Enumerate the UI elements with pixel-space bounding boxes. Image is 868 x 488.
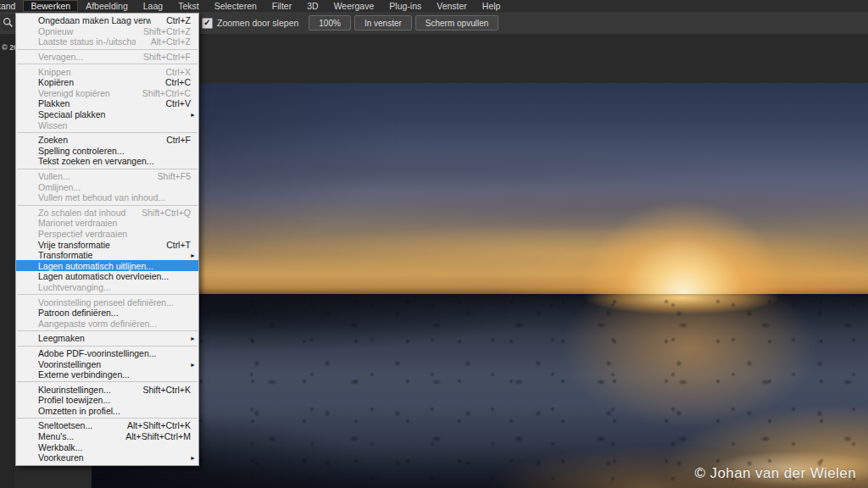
menubar-item-plug-ins[interactable]: Plug-ins [381, 0, 429, 12]
submenu-arrow-icon: ► [190, 361, 196, 367]
menu-item-menu-s[interactable]: Menu's...Alt+Shift+Ctrl+M [16, 431, 198, 442]
submenu-arrow-icon: ► [190, 455, 196, 461]
menu-item-vrije-transformatie[interactable]: Vrije transformatieCtrl+T [16, 239, 198, 250]
zoom-drag-option[interactable]: ✓ Zoomen door slepen [202, 18, 298, 29]
menu-item-shortcut: Ctrl+V [166, 98, 191, 108]
menubar-item-laag[interactable]: Laag [136, 0, 170, 12]
menubar-item-weergave[interactable]: Weergave [326, 0, 382, 12]
menu-item-vullen-met-behoud-van-inhoud[interactable]: Vullen met behoud van inhoud... [16, 192, 198, 203]
checkbox-checked-icon[interactable]: ✓ [202, 18, 213, 29]
menu-item-omlijnen[interactable]: Omlijnen... [16, 181, 198, 192]
menu-item-luchtvervanging[interactable]: Luchtvervanging... [16, 282, 198, 293]
menu-item-label: Vullen met behoud van inhoud... [38, 192, 191, 202]
menu-item-label: Vrije transformatie [38, 240, 151, 250]
menu-item-label: Luchtvervanging... [38, 282, 191, 292]
menu-item-shortcut: Shift+Ctrl+Q [142, 208, 191, 218]
menu-item-label: Marionet verdraaien [38, 218, 191, 228]
menu-item-speciaal-plakken[interactable]: Speciaal plakken► [16, 109, 198, 120]
menu-item-label: Omlijnen... [38, 182, 191, 192]
zoom-tool-icon[interactable] [1, 14, 15, 30]
menu-item-shortcut: Shift+Ctrl+F [143, 52, 191, 62]
menu-item-label: Opnieuw [38, 26, 128, 36]
menu-item-zoeken[interactable]: ZoekenCtrl+F [16, 135, 198, 146]
menu-item-marionet-verdraaien[interactable]: Marionet verdraaien [16, 218, 198, 229]
menu-item-voorkeuren[interactable]: Voorkeuren► [16, 452, 198, 463]
photo-wet-sand [92, 294, 868, 488]
menu-item-knippen[interactable]: KnippenCtrl+X [16, 66, 198, 77]
menubar-item-filter[interactable]: Filter [264, 0, 299, 12]
menu-item-label: Verenigd kopiëren [38, 88, 127, 98]
menu-item-vervagen[interactable]: Vervagen...Shift+Ctrl+F [16, 52, 198, 63]
menu-item-shortcut: Ctrl+X [166, 67, 191, 77]
menu-item-vullen[interactable]: Vullen...Shift+F5 [16, 171, 198, 182]
menu-separator [17, 418, 198, 419]
menu-item-transformatie[interactable]: Transformatie► [16, 250, 198, 261]
menu-item-werkbalk[interactable]: Werkbalk... [16, 441, 198, 452]
menu-item-omzetten-in-profiel[interactable]: Omzetten in profiel... [16, 406, 198, 417]
photo-sky [92, 83, 868, 296]
menu-item-profiel-toewijzen[interactable]: Profiel toewijzen... [16, 395, 198, 406]
menu-item-kleurinstellingen[interactable]: Kleurinstellingen...Shift+Ctrl+K [16, 384, 198, 395]
menubar-item-tekst[interactable]: Tekst [170, 0, 207, 12]
menu-item-plakken[interactable]: PlakkenCtrl+V [16, 98, 198, 109]
menu-separator [17, 49, 198, 50]
menu-item-label: Wissen [38, 120, 191, 130]
menu-item-tekst-zoeken-en-vervangen[interactable]: Tekst zoeken en vervangen... [16, 156, 198, 167]
menu-item-verenigd-kopiëren[interactable]: Verenigd kopiërenShift+Ctrl+C [16, 88, 198, 99]
menubar-item-bewerken[interactable]: Bewerken [23, 0, 78, 12]
submenu-arrow-icon: ► [190, 336, 196, 341]
menu-item-voorinstelling-penseel-definiëren[interactable]: Voorinstelling penseel definiëren... [16, 297, 198, 308]
menu-item-shortcut: Ctrl+T [166, 240, 191, 250]
menu-item-label: Perspectief verdraaien [38, 229, 191, 239]
menu-item-label: Aangepaste vorm definiëren... [38, 319, 191, 329]
menu-item-label: Menu's... [38, 431, 110, 441]
menubar-item-venster[interactable]: Venster [429, 0, 475, 12]
menu-item-label: Transformatie [38, 250, 191, 260]
document-tab-title[interactable]: © 202 [2, 43, 15, 52]
menu-item-spelling-controleren[interactable]: Spelling controleren... [16, 146, 198, 157]
menu-item-label: Lagen automatisch uitlijnen... [38, 261, 191, 271]
menu-item-aangepaste-vorm-definiëren[interactable]: Aangepaste vorm definiëren... [16, 318, 198, 329]
menu-item-label: Laatste status in-/uitschakelen [38, 36, 136, 47]
menu-item-lagen-automatisch-uitlijnen[interactable]: Lagen automatisch uitlijnen... [16, 260, 198, 271]
menu-item-label: Voorkeuren [38, 452, 191, 463]
menu-item-label: Plakken [38, 98, 151, 108]
menu-item-label: Leegmaken [38, 333, 191, 343]
menu-item-perspectief-verdraaien[interactable]: Perspectief verdraaien [16, 229, 198, 240]
menu-separator [17, 346, 198, 347]
menu-item-shortcut: Ctrl+F [166, 135, 191, 145]
menubar-item-help[interactable]: Help [475, 0, 509, 12]
menu-item-label: Adobe PDF-voorinstellingen... [38, 348, 191, 358]
menubar-item-tand[interactable]: tand [0, 0, 23, 12]
options-button-100%[interactable]: 100% [309, 15, 351, 30]
menu-item-leegmaken[interactable]: Leegmaken► [16, 333, 198, 344]
menu-item-label: Zoeken [38, 135, 151, 145]
menu-item-voorinstellingen[interactable]: Voorinstellingen► [16, 358, 198, 369]
menu-item-sneltoetsen[interactable]: Sneltoetsen...Alt+Shift+Ctrl+K [16, 420, 198, 431]
menu-separator [17, 294, 198, 295]
menu-item-zo-schalen-dat-inhoud-behouden-blijft[interactable]: Zo schalen dat inhoud behouden blijftShi… [16, 208, 198, 219]
options-button-scherm-opvullen[interactable]: Scherm opvullen [415, 15, 498, 30]
menu-item-adobe-pdf-voorinstellingen[interactable]: Adobe PDF-voorinstellingen... [16, 348, 198, 359]
menu-separator [17, 132, 198, 133]
menu-item-ongedaan-maken-laag-verwijderen[interactable]: Ongedaan maken Laag verwijderenCtrl+Z [16, 15, 198, 26]
menu-item-shortcut: Shift+Ctrl+C [142, 88, 191, 98]
photo-watermark: © Johan van der Wielen [695, 465, 856, 482]
menu-item-label: Lagen automatisch overvloeien... [38, 271, 191, 281]
menu-item-patroon-definiëren[interactable]: Patroon definiëren... [16, 308, 198, 319]
menubar-item-3d[interactable]: 3D [299, 0, 326, 12]
menubar-item-selecteren[interactable]: Selecteren [207, 0, 264, 12]
menubar-item-afbeelding[interactable]: Afbeelding [78, 0, 136, 12]
menu-item-label: Speciaal plakken [38, 109, 191, 119]
options-button-in-venster[interactable]: In venster [354, 15, 412, 30]
menu-item-kopiëren[interactable]: KopiërenCtrl+C [16, 77, 198, 88]
menu-item-label: Voorinstellingen [38, 359, 191, 369]
menu-item-label: Kopiëren [38, 77, 150, 87]
menu-item-wissen[interactable]: Wissen [16, 119, 198, 130]
zoom-drag-label: Zoomen door slepen [217, 18, 298, 28]
menu-item-lagen-automatisch-overvloeien[interactable]: Lagen automatisch overvloeien... [16, 271, 198, 282]
menu-item-laatste-status-in-uitschakelen[interactable]: Laatste status in-/uitschakelenAlt+Ctrl+… [16, 36, 198, 47]
menu-item-shortcut: Shift+F5 [158, 171, 191, 181]
menu-item-externe-verbindingen[interactable]: Externe verbindingen... [16, 369, 198, 380]
menu-item-opnieuw[interactable]: OpnieuwShift+Ctrl+Z [16, 26, 198, 37]
